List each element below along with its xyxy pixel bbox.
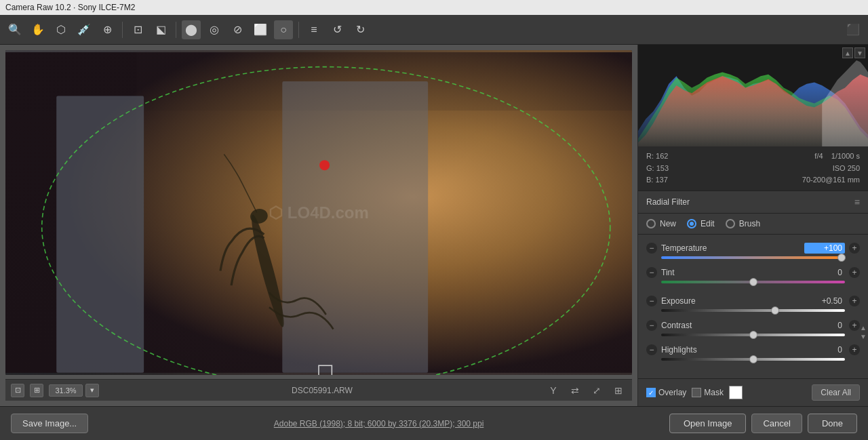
highlights-row: − Highlights 0 + <box>638 342 868 366</box>
highlights-minus[interactable]: − <box>646 344 657 355</box>
rotate-right-tool[interactable]: ↻ <box>351 20 370 39</box>
zoom-level[interactable]: 31.3% <box>49 384 83 397</box>
contrast-row: − Contrast 0 + <box>638 317 868 342</box>
save-image-button[interactable]: Save Image... <box>11 414 88 433</box>
temperature-track[interactable] <box>661 256 845 259</box>
hist-arrow-down[interactable]: ▼ <box>854 47 865 58</box>
contrast-handle[interactable] <box>749 331 757 339</box>
graduated-filter-tool[interactable]: ⬜ <box>251 20 270 39</box>
contrast-minus[interactable]: − <box>646 320 657 331</box>
contrast-value[interactable]: 0 <box>804 320 845 331</box>
zoom-dropdown[interactable]: ▾ <box>85 384 99 397</box>
red-eye-tool[interactable]: ◎ <box>205 20 224 39</box>
overlay-label: Overlay <box>658 388 686 397</box>
cancel-button[interactable]: Cancel <box>751 414 802 433</box>
toolbar-separator-1 <box>122 22 123 38</box>
exposure-track[interactable] <box>661 309 845 312</box>
crop-tool[interactable]: ⊡ <box>128 20 147 39</box>
clear-all-button[interactable]: Clear All <box>812 384 860 401</box>
brush-mode-radio[interactable] <box>726 219 735 228</box>
white-balance-tool[interactable]: ⬡ <box>52 20 71 39</box>
tint-handle[interactable] <box>749 278 757 286</box>
hist-arrows: ▲ ▼ <box>842 47 865 58</box>
tint-track[interactable] <box>661 281 845 283</box>
toolbar-separator-3 <box>298 22 299 38</box>
export-button[interactable]: ⬛ <box>844 20 863 39</box>
camera-info: f/4 1/1000 s ISO 250 70-200@161 mm <box>802 151 860 186</box>
hist-arrow-up[interactable]: ▲ <box>842 47 853 58</box>
exposure-handle[interactable] <box>771 306 779 315</box>
edit-mode-radio[interactable] <box>687 219 696 228</box>
panel-menu-icon[interactable]: ≡ <box>854 197 860 207</box>
tint-label: Tint <box>661 268 804 277</box>
aperture: f/4 <box>814 152 823 160</box>
titlebar-text: Camera Raw 10.2 · Sony ILCE-7M2 <box>5 3 135 12</box>
filter-mode: New Edit Brush <box>638 214 868 235</box>
contrast-plus[interactable]: + <box>849 320 860 331</box>
exposure-value[interactable]: +0.50 <box>804 296 845 306</box>
temperature-handle[interactable] <box>837 254 846 262</box>
done-button[interactable]: Done <box>808 414 857 433</box>
histogram-svg <box>638 45 868 146</box>
highlights-label: Highlights <box>661 345 804 355</box>
g-value-row: G: 153 <box>646 163 669 175</box>
rotate-left-tool[interactable]: ↺ <box>328 20 347 39</box>
highlights-value[interactable]: 0 <box>804 344 845 355</box>
tint-minus[interactable]: − <box>646 267 657 278</box>
panel-scroll-up[interactable]: ▲ <box>860 324 867 332</box>
overlay-option[interactable]: ✓ Overlay <box>646 388 686 397</box>
zoom-container: 31.3% ▾ <box>49 384 99 397</box>
b-value-row: B: 137 <box>646 174 669 186</box>
brush-mode-option[interactable]: Brush <box>726 219 760 228</box>
panel-header: Radial Filter ≡ <box>638 191 868 214</box>
image-container[interactable]: ⬡ LO4D.com <box>5 50 632 375</box>
g-label: G: <box>646 164 654 172</box>
tint-value[interactable]: 0 <box>804 267 845 278</box>
new-mode-radio[interactable] <box>646 219 656 228</box>
temperature-plus[interactable]: + <box>849 243 860 254</box>
temperature-label: Temperature <box>661 243 804 253</box>
toolbar-separator-2 <box>176 22 176 38</box>
straighten-tool[interactable]: ⬕ <box>151 20 170 39</box>
panel-scroll-down[interactable]: ▼ <box>860 333 867 340</box>
exposure-minus[interactable]: − <box>646 296 657 306</box>
footer-info[interactable]: Adobe RGB (1998); 8 bit; 6000 by 3376 (2… <box>88 419 669 428</box>
zoom-fit-button[interactable]: ⤢ <box>589 382 605 399</box>
radial-filter-tool[interactable]: ○ <box>274 20 293 39</box>
contrast-label: Contrast <box>661 321 804 330</box>
filename: DSC05991.ARW <box>104 386 540 395</box>
rating-button[interactable]: Y <box>545 382 561 399</box>
settings-button[interactable]: ⊞ <box>610 382 627 399</box>
exposure-plus[interactable]: + <box>849 296 860 306</box>
new-mode-option[interactable]: New <box>646 219 676 228</box>
zoom-tool[interactable]: 🔍 <box>5 20 24 39</box>
b-label: B: <box>646 176 653 184</box>
open-image-button[interactable]: Open Image <box>669 414 747 433</box>
mask-option[interactable]: Mask <box>692 388 724 397</box>
contrast-track[interactable] <box>661 334 845 336</box>
targeted-adjustment-tool[interactable]: ⊕ <box>98 20 117 39</box>
exposure-row: − Exposure +0.50 + <box>638 293 868 317</box>
right-panel: ▲ ▼ R: 162 G: 153 B: 13 <box>637 45 868 406</box>
r-value: 162 <box>656 152 668 160</box>
highlights-plus[interactable]: + <box>849 344 860 355</box>
hand-tool[interactable]: ✋ <box>28 20 47 39</box>
sliders-area: − Temperature +100 + − Tint 0 + <box>638 235 868 378</box>
rotate-button[interactable]: ⇄ <box>567 382 583 399</box>
overlay-checkbox[interactable]: ✓ <box>646 388 656 397</box>
adjustment-brush-tool[interactable]: ⊘ <box>228 20 247 39</box>
tint-plus[interactable]: + <box>849 267 860 278</box>
highlights-handle[interactable] <box>749 355 757 363</box>
fit-screen-button[interactable]: ⊡ <box>11 384 24 397</box>
highlights-track[interactable] <box>661 358 845 361</box>
mask-checkbox[interactable] <box>692 388 701 397</box>
snapshots-tool[interactable]: ≡ <box>304 20 323 39</box>
mask-label: Mask <box>704 388 724 397</box>
color-sampler-tool[interactable]: 💉 <box>75 20 94 39</box>
fill-screen-button[interactable]: ⊞ <box>30 384 43 397</box>
mask-color-swatch[interactable] <box>729 386 743 399</box>
temperature-value[interactable]: +100 <box>804 243 845 254</box>
temperature-minus[interactable]: − <box>646 243 657 254</box>
spot-removal-tool[interactable]: ⬤ <box>182 20 201 39</box>
edit-mode-option[interactable]: Edit <box>687 219 715 228</box>
